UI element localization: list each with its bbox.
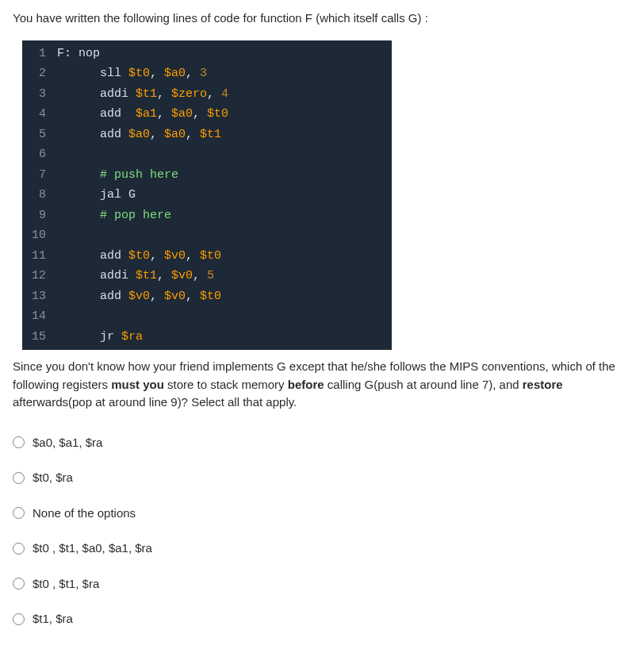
code-token: ,: [193, 107, 207, 121]
option-row[interactable]: $t0, $ra: [13, 469, 619, 487]
question-text-bold: must you: [111, 378, 164, 391]
question-text-bold: before: [288, 378, 324, 391]
line-number: 9: [29, 205, 46, 226]
code-token: ,: [207, 87, 221, 101]
line-number: 13: [29, 286, 46, 307]
line-number: 4: [29, 104, 46, 125]
line-number: 3: [29, 84, 46, 105]
code-token: ,: [186, 67, 200, 80]
option-row[interactable]: $t0 , $t1, $ra: [13, 575, 619, 593]
code-token: $a0: [171, 107, 193, 121]
code-content: F: nop sll $t0, $a0, 3 addi $t1, $zero, …: [57, 44, 392, 348]
code-line: # push here: [57, 165, 385, 186]
code-token: ,: [186, 249, 200, 263]
line-number: 11: [29, 246, 46, 267]
option-label: $t0 , $t1, $a0, $a1, $ra: [33, 540, 152, 558]
question-text-part: calling G(push at around line 7), and: [324, 378, 523, 391]
radio-icon[interactable]: [13, 578, 25, 589]
question-text-bold: restore: [523, 378, 563, 391]
code-token: $t0: [128, 249, 150, 263]
code-token: [71, 47, 79, 60]
question-text-part: store to stack memory: [164, 378, 288, 391]
code-token: ,: [157, 87, 171, 101]
code-token: ,: [150, 249, 164, 263]
line-number: 8: [29, 185, 46, 205]
code-token: ,: [186, 128, 200, 141]
code-token: add: [57, 107, 136, 121]
code-line: add $v0, $v0, $t0: [57, 286, 385, 307]
code-line: jr $ra: [57, 327, 385, 348]
code-block: 123456789101112131415 F: nop sll $t0, $a…: [22, 40, 392, 351]
code-token: $a0: [164, 67, 186, 80]
option-row[interactable]: $a0, $a1, $ra: [13, 434, 619, 452]
option-label: $t0, $ra: [33, 469, 73, 487]
code-line: addi $t1, $zero, 4: [57, 84, 385, 105]
code-token: $t0: [200, 290, 221, 303]
option-row[interactable]: $t0 , $t1, $a0, $a1, $ra: [13, 540, 619, 558]
line-number: 1: [29, 44, 46, 64]
code-token: $a0: [128, 128, 150, 141]
code-line: # pop here: [57, 205, 385, 226]
code-token: addi: [57, 87, 136, 101]
question-intro: You have written the following lines of …: [13, 10, 619, 28]
code-token: $ra: [121, 330, 143, 344]
code-token: $t0: [207, 107, 228, 121]
code-line: addi $t1, $v0, 5: [57, 266, 385, 286]
code-token: $t0: [200, 249, 221, 263]
line-number: 14: [29, 306, 46, 327]
code-line: [57, 306, 385, 327]
option-row[interactable]: $t1, $ra: [13, 610, 619, 628]
option-label: $a0, $a1, $ra: [33, 434, 102, 452]
code-token: add: [57, 290, 128, 303]
code-token: # push here: [57, 168, 178, 182]
code-line: F: nop: [57, 44, 385, 64]
code-token: $t1: [136, 269, 157, 282]
code-line: [57, 225, 385, 246]
code-token: addi: [57, 269, 136, 282]
radio-icon[interactable]: [13, 436, 25, 448]
code-token: add: [57, 128, 128, 141]
code-token: [57, 309, 64, 323]
line-number: 10: [29, 225, 46, 246]
radio-icon[interactable]: [13, 543, 25, 555]
line-number: 5: [29, 125, 46, 145]
code-token: jal: [57, 188, 128, 202]
code-line: add $a0, $a0, $t1: [57, 125, 385, 145]
code-token: jr: [57, 330, 121, 344]
code-token: ,: [157, 269, 171, 282]
code-token: $t1: [200, 128, 221, 141]
code-token: $zero: [171, 87, 207, 101]
option-row[interactable]: None of the options: [13, 505, 619, 523]
option-label: None of the options: [33, 505, 136, 523]
code-token: ,: [186, 290, 200, 303]
question-text: Since you don't know how your friend imp…: [13, 358, 619, 412]
line-number: 15: [29, 327, 46, 348]
radio-icon[interactable]: [13, 472, 25, 484]
code-token: $a0: [164, 128, 186, 141]
code-line: jal G: [57, 185, 385, 205]
line-number: 12: [29, 266, 46, 286]
code-token: ,: [150, 128, 164, 141]
options-list: $a0, $a1, $ra$t0, $raNone of the options…: [13, 434, 619, 628]
code-token: add: [57, 249, 128, 263]
code-token: F:: [57, 47, 71, 60]
code-token: G: [128, 188, 136, 202]
code-line: add $a1, $a0, $t0: [57, 104, 385, 125]
radio-icon[interactable]: [13, 613, 25, 625]
code-token: nop: [79, 47, 100, 60]
code-token: $t0: [128, 67, 150, 80]
code-line: [57, 144, 385, 165]
question-text-part: afterwards(pop at around line 9)? Select…: [13, 395, 297, 409]
code-token: ,: [150, 67, 164, 80]
option-label: $t1, $ra: [33, 610, 73, 628]
radio-icon[interactable]: [13, 507, 25, 519]
code-token: $v0: [164, 249, 186, 263]
code-token: # pop here: [57, 209, 171, 222]
code-token: 5: [207, 269, 214, 282]
line-number: 2: [29, 63, 46, 84]
code-token: ,: [150, 290, 164, 303]
code-token: 4: [221, 87, 228, 101]
code-token: $v0: [128, 290, 150, 303]
code-token: ,: [193, 269, 207, 282]
code-token: $v0: [171, 269, 193, 282]
